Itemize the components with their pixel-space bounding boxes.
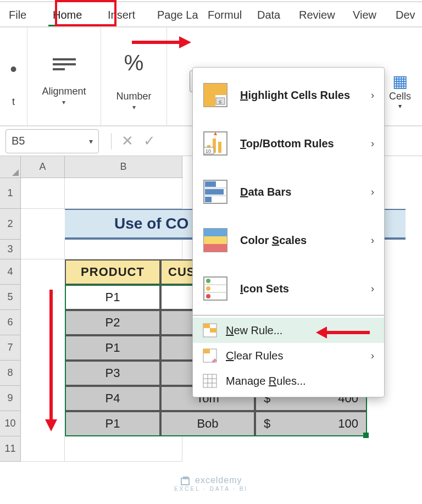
svg-rect-19: [205, 181, 216, 187]
row-header[interactable]: 6: [0, 310, 21, 335]
cell[interactable]: [21, 178, 65, 209]
table-header-product[interactable]: PRODUCT: [65, 259, 160, 285]
table-cell[interactable]: $ 100: [255, 411, 367, 436]
svg-rect-25: [204, 244, 227, 252]
submenu-arrow-icon: ›: [371, 138, 374, 149]
number-label: Number: [116, 91, 151, 102]
table-cell[interactable]: P1: [65, 285, 160, 310]
row-header[interactable]: 2: [0, 209, 21, 240]
manage-rules-icon: [203, 374, 217, 388]
menu-label: Icon Sets: [240, 283, 289, 295]
col-header-a[interactable]: A: [21, 156, 65, 178]
svg-rect-50: [183, 477, 188, 479]
row-header[interactable]: 9: [0, 386, 21, 411]
col-header-b[interactable]: B: [65, 156, 182, 178]
icon-sets-icon: [203, 276, 228, 301]
cells-label: Cells: [389, 91, 411, 102]
row-header[interactable]: 3: [0, 240, 21, 259]
chevron-down-icon: ▾: [89, 137, 93, 146]
tab-view[interactable]: View: [344, 2, 387, 26]
ribbon-group-alignment[interactable]: Alignment▾: [27, 27, 101, 125]
ribbon-group-font[interactable]: • t: [0, 27, 27, 125]
menu-manage-rules[interactable]: Manage Rules...: [193, 368, 384, 394]
alignment-label: Alignment: [42, 86, 86, 97]
name-box[interactable]: B5 ▾: [5, 129, 99, 153]
menu-label: Color Scales: [240, 234, 307, 247]
table-cell[interactable]: P1: [65, 411, 160, 436]
select-all-corner[interactable]: [0, 156, 21, 178]
tab-developer[interactable]: Dev: [387, 2, 420, 26]
submenu-arrow-icon: ›: [371, 235, 374, 246]
menu-icon-sets[interactable]: Icon Sets ›: [193, 264, 384, 313]
percent-icon: %: [124, 51, 144, 75]
menu-label: Manage Rules...: [226, 375, 306, 387]
cell[interactable]: [21, 240, 65, 259]
tab-formulas[interactable]: Formul: [199, 2, 248, 26]
menu-highlight-cells-rules[interactable]: ≤ Highlight Cells Rules ›: [193, 71, 384, 119]
top-bottom-icon: 10: [203, 131, 228, 156]
menu-label: Highlight Cells Rules: [240, 89, 350, 102]
menu-top-bottom-rules[interactable]: 10 Top/Bottom Rules ›: [193, 119, 384, 168]
svg-rect-23: [204, 229, 227, 236]
tab-insert[interactable]: Insert: [99, 2, 148, 26]
row-header[interactable]: 7: [0, 335, 21, 361]
data-bars-icon: [203, 179, 228, 204]
table-cell[interactable]: P1: [65, 335, 160, 361]
ribbon-tabs: File Home Insert Page La Formul Data Rev…: [0, 1, 422, 27]
table-cell[interactable]: P2: [65, 310, 160, 335]
row-header[interactable]: 4: [0, 259, 21, 285]
watermark-icon: [180, 476, 190, 486]
row-header[interactable]: 11: [0, 436, 21, 462]
ribbon-group-cells[interactable]: ▦ Cells ▾: [389, 71, 411, 110]
menu-new-rule[interactable]: New Rule...: [193, 318, 384, 343]
menu-data-bars[interactable]: Data Bars ›: [193, 168, 384, 216]
tab-page-layout[interactable]: Page La: [148, 2, 199, 26]
row-header[interactable]: 10: [0, 411, 21, 436]
cells-icon: ▦: [392, 71, 408, 91]
ribbon-group-number[interactable]: % Number▾: [101, 27, 167, 125]
svg-text:≤: ≤: [219, 98, 222, 104]
svg-rect-33: [203, 324, 210, 328]
row-header[interactable]: 8: [0, 361, 21, 386]
cell[interactable]: [65, 178, 182, 209]
menu-color-scales[interactable]: Color Scales ›: [193, 216, 384, 264]
tab-home[interactable]: Home: [44, 2, 99, 26]
tab-review[interactable]: Review: [290, 2, 344, 26]
amount: 100: [338, 417, 358, 431]
tab-file[interactable]: File: [0, 2, 44, 26]
cancel-icon[interactable]: ✕: [121, 132, 134, 149]
column-headers: A B: [21, 156, 182, 178]
chevron-down-icon: ▾: [62, 98, 65, 106]
cell[interactable]: [65, 436, 182, 462]
cell[interactable]: [65, 240, 182, 259]
font-dialog-icon: •: [10, 58, 17, 81]
menu-clear-rules[interactable]: Clear Rules ›: [193, 343, 384, 368]
svg-point-31: [206, 294, 210, 298]
menu-label: Top/Bottom Rules: [240, 137, 334, 150]
row-header[interactable]: 5: [0, 285, 21, 310]
tab-data[interactable]: Data: [248, 2, 290, 26]
color-scales-icon: [203, 228, 228, 253]
chevron-down-icon: ▾: [132, 103, 136, 111]
svg-rect-34: [210, 328, 216, 333]
row-header[interactable]: 1: [0, 178, 21, 209]
submenu-arrow-icon: ›: [371, 283, 374, 295]
svg-rect-6: [204, 95, 215, 107]
svg-point-30: [206, 286, 210, 291]
highlight-cells-icon: ≤: [203, 82, 228, 108]
accept-icon[interactable]: ✓: [143, 132, 156, 149]
svg-rect-21: [205, 197, 212, 202]
svg-rect-20: [205, 189, 224, 195]
cell[interactable]: [21, 436, 65, 462]
table-cell[interactable]: P3: [65, 361, 160, 386]
formula-bar-icons: ✕ ✓: [111, 132, 156, 149]
chevron-down-icon: ▾: [398, 102, 402, 110]
table-cell[interactable]: P4: [65, 386, 160, 411]
menu-label: New Rule...: [226, 324, 282, 337]
svg-rect-24: [204, 236, 227, 244]
currency-symbol: $: [264, 417, 270, 431]
svg-point-29: [206, 279, 210, 283]
table-cell[interactable]: Bob: [160, 411, 255, 436]
svg-text:10: 10: [206, 148, 211, 154]
watermark: exceldemy EXCEL · DATA · BI: [0, 475, 422, 492]
